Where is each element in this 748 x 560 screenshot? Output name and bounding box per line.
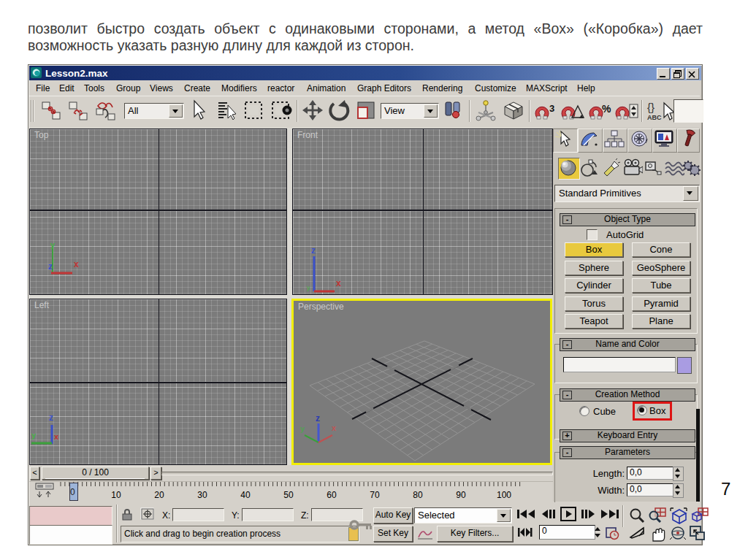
svg-text:x: x	[54, 432, 59, 441]
svg-text:50: 50	[283, 490, 294, 500]
svg-text:y: y	[31, 431, 37, 440]
svg-text:x: x	[336, 278, 341, 288]
svg-text:30: 30	[197, 490, 207, 500]
svg-text:{}: {}	[647, 101, 654, 113]
svg-text:100: 100	[497, 490, 511, 500]
svg-text:z: z	[49, 413, 53, 423]
svg-text:3: 3	[549, 103, 554, 114]
svg-text:%: %	[602, 103, 611, 115]
svg-text:40: 40	[240, 490, 251, 500]
svg-text:70: 70	[370, 490, 380, 500]
svg-text:y: y	[300, 424, 305, 433]
svg-text:y: y	[50, 240, 56, 249]
svg-text:x: x	[332, 423, 337, 432]
svg-text:60: 60	[327, 490, 337, 500]
svg-text:20: 20	[154, 490, 164, 500]
svg-text:z: z	[316, 413, 320, 423]
svg-text:10: 10	[111, 490, 121, 500]
svg-text:z: z	[48, 261, 53, 272]
svg-text:x: x	[74, 259, 79, 269]
svg-text:90: 90	[456, 490, 466, 500]
svg-text:80: 80	[413, 490, 423, 500]
svg-text:y: y	[307, 284, 310, 291]
svg-text:z: z	[311, 245, 316, 256]
svg-text:ABC: ABC	[647, 114, 662, 121]
